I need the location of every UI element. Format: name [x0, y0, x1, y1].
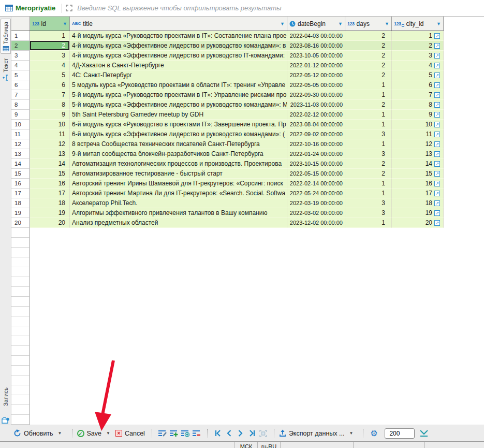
table-row[interactable]: 114-й модуль курса «Руководство проектам…: [11, 31, 444, 41]
cell-days[interactable]: 3: [345, 208, 392, 218]
cell-id[interactable]: 3: [30, 51, 70, 61]
cell-city_id[interactable]: 13↗: [392, 149, 444, 159]
cell-id[interactable]: 16: [30, 179, 70, 189]
cell-id[interactable]: 10: [30, 120, 70, 129]
sql-filter-input[interactable]: Введите SQL выражение чтобы отфильтроват…: [77, 4, 281, 12]
add-row-button[interactable]: [168, 428, 180, 439]
cell-id[interactable]: 5: [30, 70, 70, 80]
cell-city_id[interactable]: 1↗: [392, 31, 444, 41]
next-row-button[interactable]: [235, 428, 246, 439]
fetch-size-input[interactable]: [385, 428, 415, 439]
cell-id[interactable]: 18: [30, 198, 70, 208]
cell-dateBegin[interactable]: 2022-05-15 00:00:00: [287, 169, 345, 179]
last-row-button[interactable]: [246, 428, 258, 439]
open-reference-icon[interactable]: ↗: [434, 191, 440, 196]
cell-id[interactable]: 1: [30, 31, 70, 41]
cell-dateBegin[interactable]: 2022-09-30 00:00:00: [287, 90, 345, 100]
empty-row-header-cell[interactable]: [11, 277, 30, 287]
row-header-cell[interactable]: 20: [11, 218, 30, 228]
fetch-next-page-button[interactable]: [419, 428, 430, 439]
open-reference-icon[interactable]: ↗: [434, 53, 440, 59]
table-row[interactable]: 1717Авторский тренинг Мартина Ли для IT-…: [11, 189, 444, 198]
cell-dateBegin[interactable]: 2022-03-02 00:00:00: [287, 208, 345, 218]
column-menu-caret-icon[interactable]: ▼: [63, 21, 67, 26]
row-header-cell[interactable]: 11: [11, 129, 30, 139]
empty-row-header-cell[interactable]: [11, 297, 30, 307]
cell-days[interactable]: 1: [345, 90, 392, 100]
previous-row-button[interactable]: [224, 428, 235, 439]
expand-filter-icon[interactable]: [65, 4, 73, 12]
empty-row-header-cell[interactable]: [11, 228, 30, 238]
empty-row-header-cell[interactable]: [11, 316, 30, 326]
cell-city_id[interactable]: 7↗: [392, 90, 444, 100]
column-header-city_id[interactable]: 123 city_id ▼: [392, 17, 444, 31]
row-header-cell[interactable]: 12: [11, 139, 30, 149]
cell-id[interactable]: 20: [30, 218, 70, 228]
cell-id[interactable]: 8: [30, 100, 70, 110]
cell-city_id[interactable]: 16↗: [392, 179, 444, 189]
row-header-cell[interactable]: 1: [11, 31, 30, 41]
table-row[interactable]: 1414Автоматизация технологических процес…: [11, 159, 444, 169]
row-header-cell[interactable]: 7: [11, 90, 30, 100]
row-header-cell[interactable]: 19: [11, 208, 30, 218]
table-row[interactable]: 12128 встреча Сообщества технических пис…: [11, 139, 444, 149]
edit-row-button[interactable]: [157, 428, 168, 439]
row-header-cell[interactable]: 9: [11, 110, 30, 120]
row-header-cell[interactable]: 16: [11, 179, 30, 189]
cell-days[interactable]: 3: [345, 149, 392, 159]
duplicate-row-button[interactable]: [180, 428, 191, 439]
empty-row-header-cell[interactable]: [11, 238, 30, 248]
cell-days[interactable]: 1: [345, 120, 392, 129]
cell-dateBegin[interactable]: 2022-03-19 00:00:00: [287, 198, 345, 208]
row-header-cell[interactable]: 5: [11, 70, 30, 80]
table-row[interactable]: 1616Авторский тренинг Ирины Шамаевой для…: [11, 179, 444, 189]
cell-days[interactable]: 1: [345, 139, 392, 149]
side-tab-grid[interactable]: Таблица: [1, 19, 11, 54]
cell-city_id[interactable]: 3↗: [392, 51, 444, 61]
cell-dateBegin[interactable]: 2022-05-05 00:00:00: [287, 80, 345, 90]
table-row[interactable]: 775-й модуль курса «Руководство проектам…: [11, 90, 444, 100]
open-reference-icon[interactable]: ↗: [434, 141, 440, 147]
cell-title[interactable]: Акселератор Phil.Tech.: [70, 198, 287, 208]
cell-title[interactable]: 5th Saint Petersburg Gamedev meetup by G…: [70, 110, 287, 120]
cell-dateBegin[interactable]: 2022-01-12 00:00:00: [287, 61, 345, 70]
corner-header-cell[interactable]: [11, 17, 30, 31]
table-row[interactable]: 554С: Санкт-Петербург2022-05-12 00:00:00…: [11, 70, 444, 80]
table-row[interactable]: 13139-й митап сообщества блокчейн-разраб…: [11, 149, 444, 159]
column-header-title[interactable]: ABC title ▼: [70, 17, 287, 31]
row-header-cell[interactable]: 18: [11, 198, 30, 208]
cell-title[interactable]: 4-й модуль курса «Руководство проектами …: [70, 31, 287, 41]
cell-city_id[interactable]: 17↗: [392, 189, 444, 198]
cell-dateBegin[interactable]: 2023-12-02 00:00:00: [287, 218, 345, 228]
cell-days[interactable]: 2: [345, 70, 392, 80]
cell-days[interactable]: 2: [345, 31, 392, 41]
cell-id[interactable]: 15: [30, 169, 70, 179]
cell-city_id[interactable]: 4↗: [392, 61, 444, 70]
cell-title[interactable]: Авторский тренинг Ирины Шамаевой для IT-…: [70, 179, 287, 189]
cell-title[interactable]: 8 встреча Сообщества технических писател…: [70, 139, 287, 149]
open-reference-icon[interactable]: ↗: [434, 33, 440, 39]
cell-dateBegin[interactable]: 2023-08-04 00:00:00: [287, 120, 345, 129]
chevron-down-icon[interactable]: ▼: [106, 431, 110, 436]
cell-id[interactable]: 4: [30, 61, 70, 70]
open-reference-icon[interactable]: ↗: [434, 92, 440, 98]
table-row[interactable]: 224-й модуль курса «Эффективное лидерств…: [11, 41, 444, 51]
cell-id[interactable]: 13: [30, 149, 70, 159]
cell-dateBegin[interactable]: 2022-05-12 00:00:00: [287, 70, 345, 80]
focus-row-button[interactable]: [258, 428, 269, 439]
open-reference-icon[interactable]: ↗: [434, 132, 440, 137]
cell-title[interactable]: 4Д-Хакатон в Санкт-Петербурге: [70, 61, 287, 70]
open-reference-icon[interactable]: ↗: [434, 112, 440, 118]
cell-city_id[interactable]: 12↗: [392, 139, 444, 149]
table-row[interactable]: 1919Алгоритмы эффективного привлечения т…: [11, 208, 444, 218]
open-reference-icon[interactable]: ↗: [434, 171, 440, 177]
cell-dateBegin[interactable]: 2023-10-05 00:00:00: [287, 51, 345, 61]
empty-row-header-cell[interactable]: [11, 415, 30, 425]
cell-city_id[interactable]: 20↗: [392, 218, 444, 228]
cell-city_id[interactable]: 10↗: [392, 120, 444, 129]
cell-id[interactable]: 12: [30, 139, 70, 149]
cell-days[interactable]: 1: [345, 179, 392, 189]
cell-title[interactable]: 4С: Санкт-Петербург: [70, 70, 287, 80]
side-tab-text[interactable]: Текст: [1, 56, 11, 87]
column-menu-caret-icon[interactable]: ▼: [436, 21, 441, 26]
